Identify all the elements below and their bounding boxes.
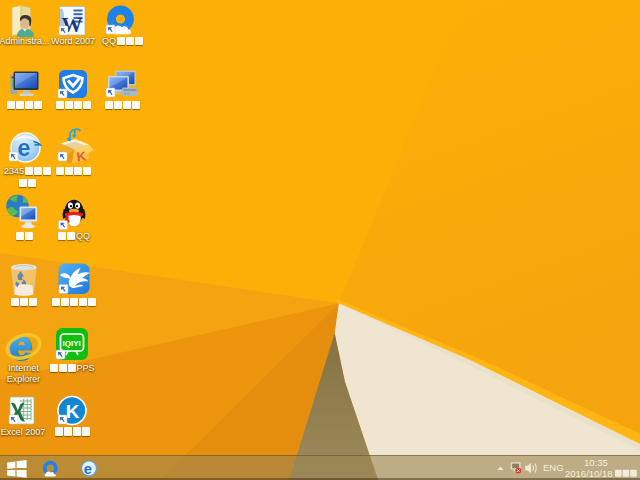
svg-text:2016/10/18: 2016/10/18: [565, 468, 613, 479]
svg-text:10:35: 10:35: [584, 457, 608, 468]
svg-text:ENG: ENG: [543, 462, 564, 473]
svg-text:e: e: [84, 461, 92, 477]
